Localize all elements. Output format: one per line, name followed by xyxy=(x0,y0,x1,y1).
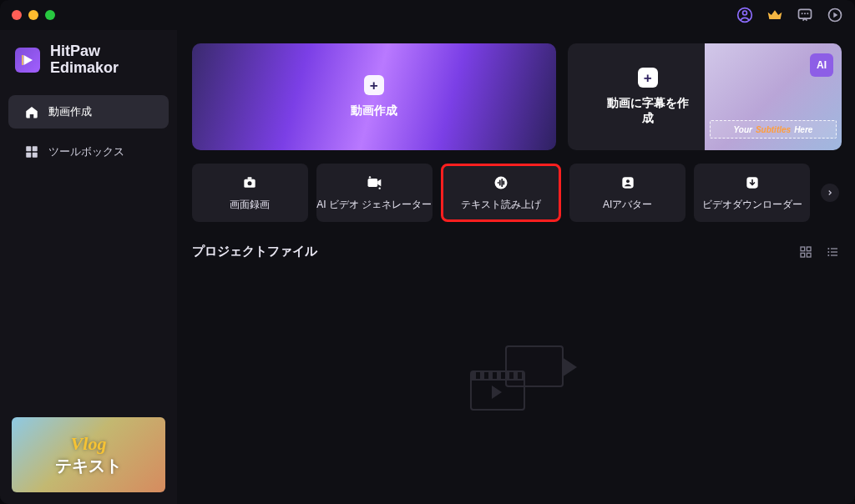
brand: HitPaw Edimakor xyxy=(0,35,177,95)
view-toggles xyxy=(797,244,842,260)
vlog-promo-sub: テキスト xyxy=(55,455,122,477)
svg-marker-5 xyxy=(24,55,33,65)
brand-line1: HitPaw xyxy=(50,43,119,60)
download-icon xyxy=(744,174,761,191)
sidebar-bottom: Vlog テキスト xyxy=(0,406,177,504)
top-right-icons xyxy=(736,7,843,23)
sidebar-item-toolbox[interactable]: ツールボックス xyxy=(8,135,169,169)
house-icon xyxy=(23,103,40,120)
avatar-icon xyxy=(620,174,636,191)
window-minimize-button[interactable] xyxy=(28,10,38,20)
subtitle-strip-before: Your xyxy=(733,125,751,134)
tool-video-downloader[interactable]: ビデオダウンローダー xyxy=(694,164,810,222)
svg-marker-4 xyxy=(833,13,837,18)
vlog-promo-title: Vlog xyxy=(71,433,107,455)
window-maximize-button[interactable] xyxy=(45,10,55,20)
tool-label: ビデオダウンローダー xyxy=(702,198,802,212)
tool-row: 画面録画 AI ビデオ ジェネレーター テキスト読み上げ xyxy=(192,164,842,222)
svg-point-28 xyxy=(827,251,829,253)
plus-icon: + xyxy=(638,68,658,88)
content: HitPaw Edimakor 動画作成 ツールボックス Vlog xyxy=(0,30,855,504)
svg-rect-8 xyxy=(33,146,38,151)
hero-create-video-label: 動画作成 xyxy=(351,103,397,118)
window-close-button[interactable] xyxy=(12,10,22,20)
svg-rect-9 xyxy=(26,152,31,157)
view-list-button[interactable] xyxy=(823,244,842,260)
sidebar-item-label: ツールボックス xyxy=(48,144,124,159)
hero-subtitles-thumbnail: AI Your Subtitles Here xyxy=(705,43,842,150)
tool-label: AI ビデオ ジェネレーター xyxy=(316,198,432,212)
svg-point-12 xyxy=(248,181,252,185)
projects-empty xyxy=(192,260,842,496)
tool-label: テキスト読み上げ xyxy=(461,198,541,212)
projects-title: プロジェクトファイル xyxy=(192,244,317,260)
ai-video-icon xyxy=(366,174,382,191)
brand-line2: Edimakor xyxy=(50,60,119,77)
subtitle-strip-after: Here xyxy=(794,125,812,134)
svg-point-18 xyxy=(494,176,507,189)
vlog-promo-card[interactable]: Vlog テキスト xyxy=(12,417,165,492)
projects-header: プロジェクトファイル xyxy=(192,244,842,260)
svg-rect-25 xyxy=(807,253,811,257)
sidebar-item-video-create[interactable]: 動画作成 xyxy=(8,95,169,129)
main: + 動画作成 + 動画に字幕を作 成 AI Your Subtitles xyxy=(177,30,855,504)
svg-rect-22 xyxy=(801,247,805,251)
subtitle-strip-accent: Subtitles xyxy=(756,125,791,134)
app-window: HitPaw Edimakor 動画作成 ツールボックス Vlog xyxy=(0,0,855,504)
settings-launch-icon[interactable] xyxy=(827,7,843,23)
camera-icon xyxy=(241,174,258,191)
brand-text: HitPaw Edimakor xyxy=(50,43,119,77)
ai-badge: AI xyxy=(810,53,833,77)
hero-create-subtitles-center: + 動画に字幕を作 成 xyxy=(579,43,716,150)
subtitle-strip: Your Subtitles Here xyxy=(710,120,837,139)
svg-rect-10 xyxy=(33,152,38,157)
account-icon[interactable] xyxy=(736,7,753,23)
svg-point-30 xyxy=(827,255,829,256)
tool-ai-video-generator[interactable]: AI ビデオ ジェネレーター xyxy=(316,164,433,222)
svg-rect-13 xyxy=(248,177,252,179)
svg-rect-14 xyxy=(368,179,378,187)
upgrade-icon[interactable] xyxy=(766,7,783,23)
tool-more-wrap xyxy=(818,164,842,222)
window-controls xyxy=(12,10,55,20)
svg-point-20 xyxy=(626,179,630,183)
grid-icon xyxy=(23,144,40,160)
plus-icon: + xyxy=(364,75,384,95)
hero-row: + 動画作成 + 動画に字幕を作 成 AI Your Subtitles xyxy=(192,43,842,150)
tool-label: 画面録画 xyxy=(230,198,270,212)
hero-create-video-center: + 動画作成 xyxy=(351,75,397,118)
tool-ai-avatar[interactable]: AIアバター xyxy=(569,164,686,222)
hero-create-subtitles[interactable]: + 動画に字幕を作 成 AI Your Subtitles Here xyxy=(568,43,842,150)
sidebar: HitPaw Edimakor 動画作成 ツールボックス Vlog xyxy=(0,30,177,504)
empty-projects-icon xyxy=(470,345,564,411)
view-grid-button[interactable] xyxy=(797,244,815,260)
tool-text-to-speech[interactable]: テキスト読み上げ xyxy=(441,164,562,222)
hero-create-video[interactable]: + 動画作成 xyxy=(192,43,556,150)
brand-logo-icon xyxy=(15,48,40,73)
svg-point-16 xyxy=(369,176,371,178)
tool-label: AIアバター xyxy=(603,198,652,212)
svg-point-26 xyxy=(827,248,829,249)
svg-rect-7 xyxy=(26,146,31,151)
svg-point-17 xyxy=(379,187,381,189)
tool-more-button[interactable] xyxy=(821,184,839,202)
titlebar xyxy=(0,0,855,30)
svg-rect-6 xyxy=(22,55,23,65)
audio-wave-icon xyxy=(493,174,509,191)
tool-screen-record[interactable]: 画面録画 xyxy=(192,164,308,222)
hero-create-subtitles-label: 動画に字幕を作 成 xyxy=(607,96,689,126)
sidebar-item-label: 動画作成 xyxy=(48,104,92,119)
feedback-icon[interactable] xyxy=(797,7,813,23)
svg-rect-23 xyxy=(807,247,811,251)
svg-point-1 xyxy=(743,11,747,15)
svg-marker-15 xyxy=(377,179,381,185)
svg-rect-24 xyxy=(801,253,805,257)
